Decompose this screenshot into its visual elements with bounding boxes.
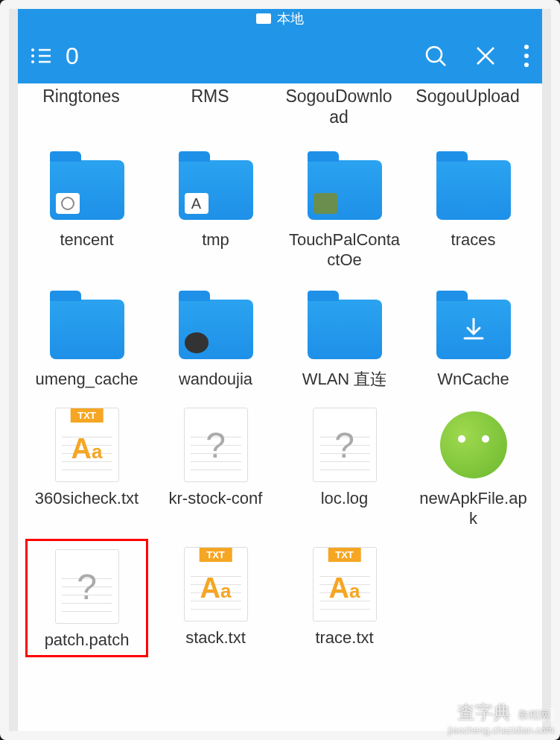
folder-icon: [433, 285, 515, 367]
file-item[interactable]: ?loc.log: [283, 399, 406, 533]
file-label: kr-stock-conf: [169, 489, 263, 508]
folder-label[interactable]: SogouDownload: [283, 86, 395, 127]
file-item[interactable]: Atmp: [154, 141, 277, 274]
file-item[interactable]: TXTAatrace.txt: [283, 539, 406, 657]
svg-line-7: [440, 60, 445, 66]
file-item[interactable]: wandoujia: [154, 280, 277, 393]
folder-label[interactable]: Ringtones: [25, 86, 137, 127]
more-menu-icon[interactable]: [524, 45, 529, 67]
file-label: traces: [451, 230, 496, 250]
file-grid: tencentAtmpTouchPalContactOetracesumeng_…: [18, 135, 542, 662]
file-item[interactable]: ?patch.patch: [25, 539, 148, 657]
file-label: newApkFile.apk: [418, 489, 529, 528]
file-item[interactable]: TXTAastack.txt: [154, 539, 277, 657]
toolbar: 0: [18, 28, 542, 83]
file-item[interactable]: TXTAa360sicheck.txt: [25, 399, 148, 533]
close-icon[interactable]: [475, 45, 496, 66]
file-item[interactable]: ?kr-stock-conf: [154, 399, 277, 533]
file-label: loc.log: [321, 489, 369, 508]
folder-icon: [304, 285, 386, 367]
txt-icon: TXTAa: [175, 543, 257, 625]
file-item[interactable]: newApkFile.apk: [412, 399, 535, 533]
selection-count: 0: [66, 42, 79, 70]
list-view-icon[interactable]: [31, 48, 52, 64]
file-label: trace.txt: [315, 628, 373, 648]
location-label: 本地: [277, 10, 304, 28]
svg-point-6: [427, 47, 442, 62]
unknown-icon: ?: [46, 545, 128, 627]
folder-label[interactable]: RMS: [154, 86, 266, 127]
folder-icon: [46, 285, 128, 367]
file-label: patch.patch: [45, 630, 130, 650]
watermark: 查字典教程网 jiaocheng.chazidian.com: [448, 701, 554, 736]
file-item[interactable]: traces: [412, 141, 535, 274]
file-label: WLAN 直连: [302, 370, 387, 389]
folder-icon: A: [175, 145, 257, 227]
file-label: tencent: [60, 230, 113, 250]
folder-icon: [46, 145, 128, 227]
file-item[interactable]: tencent: [25, 141, 148, 274]
top-folder-labels: Ringtones RMS SogouDownload SogouUpload: [18, 83, 542, 135]
txt-icon: TXTAa: [46, 404, 128, 486]
unknown-icon: ?: [304, 404, 386, 486]
file-label: TouchPalContactOe: [289, 230, 401, 270]
file-item[interactable]: TouchPalContactOe: [283, 141, 406, 274]
search-icon[interactable]: [424, 45, 447, 67]
file-label: tmp: [202, 230, 229, 250]
file-label: 360sicheck.txt: [35, 489, 139, 508]
file-label: WnCache: [437, 370, 509, 389]
status-bar: 本地: [18, 9, 542, 28]
folder-icon: [433, 145, 515, 227]
folder-label[interactable]: SogouUpload: [412, 86, 524, 127]
folder-icon: [175, 285, 257, 367]
folder-icon: [304, 145, 386, 227]
file-item[interactable]: umeng_cache: [25, 280, 148, 393]
file-label: umeng_cache: [35, 370, 138, 389]
file-item[interactable]: WnCache: [412, 280, 535, 393]
file-label: stack.txt: [185, 628, 246, 648]
file-item[interactable]: WLAN 直连: [283, 280, 406, 393]
file-label: wandoujia: [179, 370, 252, 389]
txt-icon: TXTAa: [304, 543, 386, 625]
apk-icon: [433, 404, 515, 486]
sd-card-icon: [256, 13, 271, 24]
unknown-icon: ?: [175, 404, 257, 486]
